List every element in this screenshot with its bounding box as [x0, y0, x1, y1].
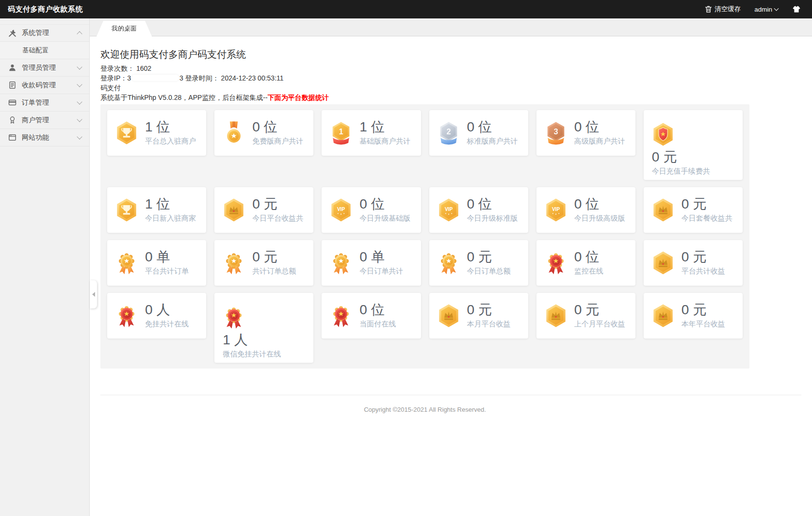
stat-value: 0元 [682, 250, 725, 265]
rosette-red-icon [223, 305, 245, 330]
hex-crown-icon [652, 303, 674, 328]
stat-value: 1人 [223, 333, 281, 348]
stat-value: 0元 [574, 303, 625, 318]
chevron-down-icon [77, 99, 82, 104]
sidebar-item-4[interactable]: 商户管理 [0, 112, 89, 129]
page-footer: Copyright ©2015-2021 All Rights Reserved… [100, 395, 801, 413]
svg-text:2: 2 [446, 127, 451, 136]
sidebar-item-5[interactable]: 网站功能 [0, 129, 89, 146]
sidebar-subitem-0-0[interactable]: 基础配置 [0, 42, 89, 59]
stat-label: 平台共计收益 [682, 267, 725, 276]
sidebar-menu: 系统管理基础配置管理员管理收款码管理订单管理商户管理网站功能 [0, 18, 90, 516]
stat-card-0: 1位平台总入驻商户 [107, 110, 206, 156]
stat-card-21: 0元本月平台收益 [429, 293, 528, 339]
rosette-gold-icon [115, 250, 138, 275]
stat-card-2: 11位基础版商户共计 [322, 110, 421, 156]
redacted-ip-blur [131, 75, 179, 81]
stat-value: 0位 [252, 120, 303, 135]
stat-card-3: 20位标准版商户共计 [429, 110, 528, 156]
stat-card-12: 0单平台共计订单 [107, 240, 206, 286]
login-count-value: 1602 [136, 64, 151, 72]
stat-label: 本月平台收益 [467, 320, 511, 329]
sidebar-item-3[interactable]: 订单管理 [0, 94, 89, 112]
stat-label: 今日订单共计 [359, 267, 403, 276]
stat-label: 平台共计订单 [145, 267, 189, 276]
clear-cache-button[interactable]: 清空缓存 [705, 5, 741, 14]
stat-label: 今日平台收益共 [252, 214, 303, 223]
stat-value: 1位 [359, 120, 410, 135]
stat-card-5: 0元今日充值手续费共 [644, 110, 743, 180]
stat-value: 0位 [467, 120, 518, 135]
stat-label: 免挂共计在线 [145, 320, 189, 329]
sidebar-item-0[interactable]: 系统管理 [0, 24, 89, 42]
stat-label: 今日新入驻商家 [145, 214, 196, 223]
chevron-down-icon [774, 6, 779, 11]
sidebar-item-1[interactable]: 管理员管理 [0, 59, 89, 77]
rosette-red-icon [330, 303, 352, 328]
hex-crown-icon [438, 303, 460, 328]
stat-card-4: 30位高级版商户共计 [536, 110, 635, 156]
stat-label: 今日充值手续费共 [652, 167, 710, 176]
rosette-gold-icon [438, 250, 460, 275]
top-header: 码支付多商户收款系统 清空缓存 admin [0, 0, 812, 18]
chevron-down-icon [77, 116, 82, 122]
stat-label: 今日升级基础版 [359, 214, 410, 223]
stat-label: 今日套餐收益共 [682, 214, 732, 223]
stat-label: 今日升级高级版 [574, 214, 625, 223]
svg-text:VIP: VIP [552, 207, 560, 212]
tab-my-desktop[interactable]: 我的桌面 [97, 21, 152, 36]
hex-vip-icon: VIP [438, 197, 460, 223]
svg-text:VIP: VIP [337, 207, 345, 212]
stat-value: 1位 [145, 197, 196, 212]
stat-value: 0位 [574, 197, 625, 212]
tshirt-icon [792, 5, 801, 13]
theme-button[interactable] [792, 5, 801, 13]
stat-label: 平台总入驻商户 [145, 137, 196, 146]
stat-value: 0元 [682, 303, 725, 318]
content-area: 欢迎使用码支付多商户码支付系统 登录次数： 1602 登录IP：33 登录时间：… [90, 49, 812, 413]
user-menu[interactable]: admin [754, 6, 778, 13]
hex-crown-icon [652, 250, 674, 275]
rosette-red-icon [115, 303, 138, 328]
copyright-text: Copyright ©2015-2021 All Rights Reserved… [100, 406, 749, 413]
stat-card-13: 0元共计订单总额 [214, 240, 313, 286]
sidebar-item-2[interactable]: 收款码管理 [0, 77, 89, 94]
stat-label: 监控在线 [574, 267, 603, 276]
app-title: 码支付多商户收款系统 [8, 5, 83, 14]
window-icon [8, 133, 17, 142]
stat-label: 当面付在线 [359, 320, 396, 329]
sidebar-collapse-handle[interactable] [90, 280, 97, 308]
tools-icon [8, 29, 17, 37]
stat-card-1: 0位免费版商户共计 [214, 110, 313, 156]
stat-label: 今日升级标准版 [467, 214, 518, 223]
stat-value: 0元 [467, 250, 511, 265]
stat-value: 0位 [359, 303, 396, 318]
stat-label: 基础版商户共计 [359, 137, 410, 146]
stat-value: 1位 [145, 120, 196, 135]
trash-icon [705, 5, 712, 13]
chevron-up-icon [77, 31, 82, 36]
svg-text:3: 3 [553, 127, 558, 136]
stat-label: 标准版商户共计 [467, 137, 518, 146]
login-ip-label: 登录IP： [100, 74, 127, 82]
stat-card-18: 0人免挂共计在线 [107, 293, 206, 339]
stat-value: 0单 [359, 250, 403, 265]
login-ip-end: 3 [179, 74, 183, 82]
rosette-gold-icon [330, 250, 352, 275]
stat-value: 0元 [467, 303, 511, 318]
chevron-down-icon [77, 81, 82, 87]
stat-card-14: 0单今日订单共计 [322, 240, 421, 286]
login-ip-start: 3 [127, 74, 131, 82]
badge-icon [8, 116, 17, 124]
stat-value: 0元 [682, 197, 732, 212]
medal-3-icon: 3 [545, 120, 567, 145]
hex-vip-icon: VIP [330, 197, 352, 223]
clear-cache-label: 清空缓存 [715, 5, 741, 14]
stat-value: 0位 [574, 120, 625, 135]
stat-card-23: 0元本年平台收益 [644, 293, 743, 339]
stat-card-7: 0元今日平台收益共 [214, 187, 313, 233]
stat-card-15: 0元今日订单总额 [429, 240, 528, 286]
chevron-down-icon [77, 134, 82, 139]
stat-card-11: 0元今日套餐收益共 [644, 187, 743, 233]
username: admin [754, 6, 772, 13]
